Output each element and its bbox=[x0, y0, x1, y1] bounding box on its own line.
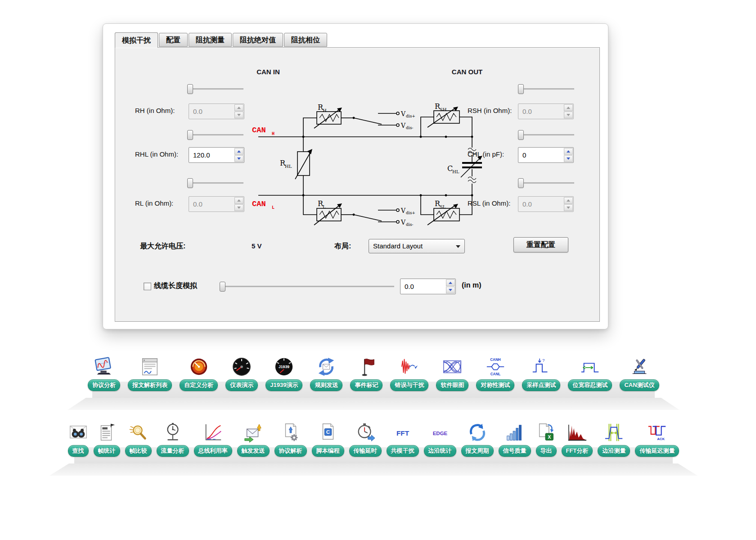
app-bitwidth-tolerance[interactable]: 位宽容忍测试 bbox=[568, 356, 612, 391]
app-trigger-send[interactable]: 触发发送 bbox=[237, 422, 270, 457]
rsh-slider[interactable] bbox=[518, 84, 574, 93]
app-label[interactable]: 查找 bbox=[68, 445, 89, 457]
cable-up-button[interactable] bbox=[446, 279, 455, 286]
tab-configuration[interactable]: 配置 bbox=[159, 33, 188, 47]
rh-slider[interactable] bbox=[187, 84, 243, 93]
cable-down-button[interactable] bbox=[446, 287, 455, 293]
script-programming-icon[interactable]: C bbox=[318, 422, 338, 443]
j1939-demo-icon[interactable]: J1939 bbox=[274, 356, 294, 377]
app-label[interactable]: 帧比较 bbox=[125, 445, 152, 457]
frame-stats-icon[interactable] bbox=[96, 422, 117, 443]
slider-thumb[interactable] bbox=[220, 282, 225, 292]
app-label[interactable]: 传输延时 bbox=[349, 445, 382, 457]
event-flag-icon[interactable] bbox=[356, 356, 377, 377]
chl-down-button[interactable] bbox=[564, 155, 573, 162]
find-icon[interactable] bbox=[68, 422, 89, 443]
app-label[interactable]: 采样点测试 bbox=[522, 379, 560, 391]
rsl-up-button[interactable] bbox=[564, 197, 573, 204]
app-fft[interactable]: FFT共模干扰 bbox=[387, 422, 419, 457]
slider-thumb[interactable] bbox=[187, 84, 193, 94]
slider-thumb[interactable] bbox=[518, 84, 524, 94]
error-interference-icon[interactable] bbox=[399, 356, 420, 377]
trigger-send-icon[interactable] bbox=[243, 422, 264, 443]
slider-track[interactable] bbox=[220, 286, 394, 288]
slider-thumb[interactable] bbox=[187, 178, 193, 188]
chl-spinbox[interactable]: 0 bbox=[518, 147, 574, 163]
app-fft-analysis[interactable]: FFT分析 bbox=[562, 422, 593, 457]
app-rule-send[interactable]: 规则发送 bbox=[310, 356, 342, 391]
edge-icon[interactable]: EDGE bbox=[430, 422, 450, 443]
rl-value[interactable]: 0.0 bbox=[193, 197, 202, 212]
app-label[interactable]: FFT分析 bbox=[562, 445, 593, 457]
app-label[interactable]: 对称性测试 bbox=[476, 379, 514, 391]
edge-measurement-icon[interactable] bbox=[603, 422, 624, 443]
app-export[interactable]: X导出 bbox=[536, 422, 557, 457]
rsl-slider[interactable] bbox=[518, 178, 574, 187]
rsl-down-button[interactable] bbox=[564, 204, 573, 211]
app-bus-utilization[interactable]: 总线利用率 bbox=[194, 422, 232, 457]
app-can-tester[interactable]: CAN测试仪 bbox=[620, 356, 659, 391]
app-label[interactable]: 事件标记 bbox=[350, 379, 382, 391]
app-label[interactable]: 边沿测量 bbox=[598, 445, 630, 457]
message-list-icon[interactable] bbox=[140, 356, 160, 377]
fft-icon[interactable]: FFT bbox=[392, 422, 413, 443]
tab-impedance-measure[interactable]: 阻抗测量 bbox=[189, 33, 232, 47]
app-label[interactable]: 脚本编程 bbox=[312, 445, 344, 457]
app-gauge-demo[interactable]: 仪表演示 bbox=[225, 356, 258, 391]
rh-value[interactable]: 0.0 bbox=[193, 104, 202, 119]
app-label[interactable]: 流量分析 bbox=[157, 445, 189, 457]
app-transmission-delay[interactable]: 传输延时 bbox=[349, 422, 382, 457]
app-label[interactable]: 报文解析列表 bbox=[128, 379, 172, 391]
app-protocol-parse[interactable]: 协议解析 bbox=[274, 422, 307, 457]
rl-up-button[interactable] bbox=[234, 197, 243, 204]
app-custom-analysis[interactable]: 自定义分析 bbox=[180, 356, 218, 391]
app-label[interactable]: 信号质量 bbox=[499, 445, 531, 457]
app-label[interactable]: 自定义分析 bbox=[180, 379, 218, 391]
app-script-programming[interactable]: C脚本编程 bbox=[312, 422, 344, 457]
chl-slider[interactable] bbox=[518, 130, 574, 139]
app-label[interactable]: 规则发送 bbox=[310, 379, 342, 391]
rhl-down-button[interactable] bbox=[234, 155, 243, 162]
custom-analysis-icon[interactable] bbox=[189, 356, 209, 377]
app-label[interactable]: 协议分析 bbox=[88, 379, 120, 391]
rh-down-button[interactable] bbox=[234, 112, 243, 118]
rsh-down-button[interactable] bbox=[564, 112, 573, 118]
app-edge-measurement[interactable]: 边沿测量 bbox=[598, 422, 630, 457]
app-find[interactable]: 查找 bbox=[68, 422, 89, 457]
app-frame-stats[interactable]: 帧统计 bbox=[94, 422, 120, 457]
slider-track[interactable] bbox=[187, 182, 243, 184]
transmission-delay-icon[interactable] bbox=[355, 422, 376, 443]
app-j1939-demo[interactable]: J1939J1939演示 bbox=[266, 356, 302, 391]
frame-compare-icon[interactable] bbox=[128, 422, 148, 443]
app-label[interactable]: 触发发送 bbox=[237, 445, 270, 457]
rsh-value[interactable]: 0.0 bbox=[522, 104, 532, 119]
app-label[interactable]: 边沿统计 bbox=[424, 445, 456, 457]
app-label[interactable]: 共模干扰 bbox=[387, 445, 419, 457]
chl-value[interactable]: 0 bbox=[522, 148, 526, 162]
app-label[interactable]: J1939演示 bbox=[266, 379, 302, 391]
rsl-value[interactable]: 0.0 bbox=[522, 197, 532, 212]
app-message-list[interactable]: 报文解析列表 bbox=[128, 356, 172, 391]
app-label[interactable]: 总线利用率 bbox=[194, 445, 232, 457]
app-label[interactable]: 传输延迟测量 bbox=[635, 445, 679, 457]
signal-quality-icon[interactable] bbox=[504, 422, 525, 443]
cable-length-spinbox[interactable]: 0.0 bbox=[400, 279, 456, 294]
app-label[interactable]: 导出 bbox=[536, 445, 557, 457]
sample-point-icon[interactable]: ? bbox=[531, 356, 552, 377]
protocol-parse-icon[interactable] bbox=[280, 422, 301, 443]
app-event-flag[interactable]: 事件标记 bbox=[350, 356, 382, 391]
cable-length-value[interactable]: 0.0 bbox=[405, 279, 414, 294]
app-label[interactable]: 仪表演示 bbox=[225, 379, 258, 391]
symmetry-test-icon[interactable]: CANHCANL bbox=[485, 356, 506, 377]
rule-send-icon[interactable] bbox=[316, 356, 337, 377]
rsl-spinbox[interactable]: 0.0 bbox=[518, 196, 574, 212]
app-sample-point[interactable]: ?采样点测试 bbox=[522, 356, 560, 391]
bitwidth-tolerance-icon[interactable] bbox=[580, 356, 600, 377]
slider-thumb[interactable] bbox=[187, 130, 193, 140]
slider-thumb[interactable] bbox=[518, 130, 524, 140]
tab-impedance-phase[interactable]: 阻抗相位 bbox=[284, 33, 327, 47]
app-label[interactable]: 位宽容忍测试 bbox=[568, 379, 612, 391]
rhl-slider[interactable] bbox=[187, 130, 243, 139]
tab-impedance-absolute[interactable]: 阻抗绝对值 bbox=[233, 33, 283, 47]
app-symmetry-test[interactable]: CANHCANL对称性测试 bbox=[476, 356, 514, 391]
